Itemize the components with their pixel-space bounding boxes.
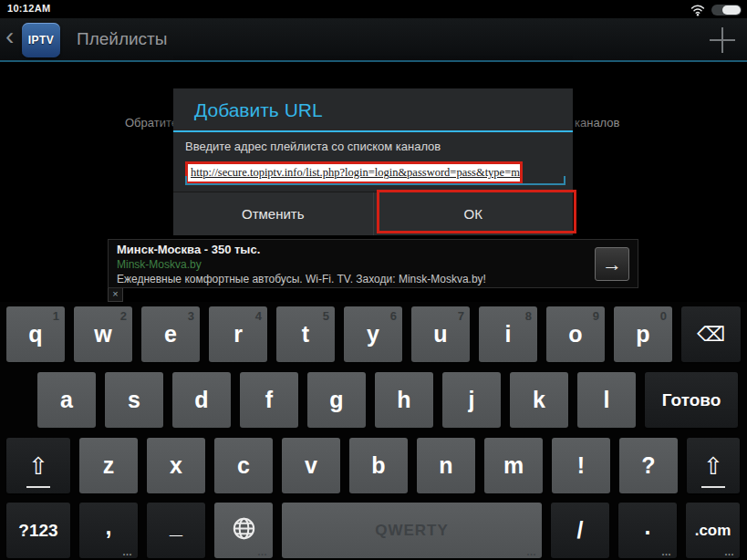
app-logo[interactable]: IPTV — [22, 23, 60, 57]
key-hint: 0 — [660, 309, 667, 323]
key-h[interactable]: h — [375, 372, 433, 428]
key-i[interactable]: i8 — [479, 306, 537, 362]
battery-icon — [711, 5, 742, 16]
backspace-icon: ⌫ — [697, 325, 725, 345]
key-o-label: o — [568, 323, 582, 346]
key-v-label: v — [305, 454, 317, 477]
key-underscore[interactable]: _ — [147, 503, 205, 558]
ad-link[interactable]: Minsk-Moskva.by — [117, 258, 202, 271]
key-a[interactable]: a — [37, 372, 96, 428]
ad-description: Ежедневные комфортные автобусы. Wi-Fi. T… — [117, 273, 486, 285]
ad-close-button[interactable]: × — [108, 288, 123, 302]
key-hint: 6 — [390, 309, 397, 323]
cancel-button[interactable]: Отменить — [173, 192, 373, 235]
keyboard-row-2: asdfghjklГотово — [37, 372, 738, 428]
keyboard: q1w2e3r4t5y6u7i8o9p0⌫asdfghjklГотово⇧zxc… — [0, 302, 747, 560]
key-d[interactable]: d — [172, 372, 231, 428]
key-space[interactable]: QWERTY… — [282, 503, 542, 558]
key-d-label: d — [194, 389, 208, 411]
key-x-label: x — [170, 454, 182, 477]
key-hint: 4 — [255, 309, 262, 323]
page-title: Плейлисты — [77, 29, 167, 49]
key-hint: 8 — [525, 309, 532, 323]
key-period-label: . — [645, 515, 651, 538]
key-symbols-label: ?123 — [18, 522, 57, 539]
ad-banner[interactable]: Минск-Москва - 350 тыс. Minsk-Moskva.by … — [108, 239, 638, 288]
key-s-label: s — [128, 389, 140, 411]
plus-icon — [721, 27, 723, 53]
keyboard-row-3: ⇧zxcvbnm!?⇧ — [6, 438, 740, 493]
key-m[interactable]: m — [484, 438, 543, 493]
key-underscore-label: _ — [170, 514, 182, 537]
key-u[interactable]: u7 — [411, 306, 470, 362]
keyboard-row-4: ?123,…_…QWERTY…/.….com… — [6, 503, 740, 558]
key-l[interactable]: l — [577, 372, 636, 428]
key-hint: 3 — [188, 309, 194, 323]
key-q[interactable]: q1 — [6, 306, 65, 362]
battery-fill — [722, 5, 741, 15]
key-comma[interactable]: ,… — [79, 503, 138, 558]
arrow-right-icon: → — [602, 254, 622, 275]
key-n-label: n — [439, 454, 452, 477]
key-o[interactable]: o9 — [546, 306, 605, 362]
key-c[interactable]: c — [214, 438, 273, 493]
key-globe[interactable]: … — [214, 503, 273, 558]
shift-icon: ⇧ — [28, 454, 48, 478]
key-hint: … — [122, 546, 133, 557]
key-done-label: Готово — [662, 391, 721, 409]
key-h-label: h — [397, 389, 410, 411]
key-e-label: e — [164, 323, 177, 346]
key-slash-label: / — [577, 519, 584, 542]
ad-arrow-button[interactable]: → — [595, 247, 629, 281]
annotation-rect-ok-button — [377, 190, 576, 233]
shift-state-bar — [26, 486, 50, 488]
key-symbols[interactable]: ?123 — [6, 503, 70, 558]
key-q-label: q — [28, 323, 42, 346]
key-question-label: ? — [641, 454, 655, 477]
key-m-label: m — [503, 454, 524, 477]
key-b-label: b — [371, 454, 385, 477]
back-chevron-icon[interactable]: ‹ — [5, 22, 14, 51]
key-z[interactable]: z — [79, 438, 138, 493]
key-r[interactable]: r4 — [209, 306, 267, 362]
key-slash[interactable]: / — [551, 503, 609, 558]
key-j[interactable]: j — [442, 372, 501, 428]
key-space-label: QWERTY — [375, 523, 449, 538]
key-y[interactable]: y6 — [344, 306, 402, 362]
ad-title: Минск-Москва - 350 тыс. — [117, 243, 260, 256]
add-playlist-button[interactable] — [709, 26, 736, 54]
key-x[interactable]: x — [147, 438, 205, 493]
key-f[interactable]: f — [240, 372, 298, 428]
app-bar: ‹ IPTV Плейлисты — [0, 18, 747, 62]
key-v[interactable]: v — [282, 438, 340, 493]
key-w-label: w — [94, 323, 111, 346]
key-shift-left[interactable]: ⇧ — [6, 438, 70, 493]
key-s[interactable]: s — [105, 372, 163, 428]
key-exclamation[interactable]: ! — [552, 438, 610, 493]
key-j-label: j — [469, 389, 475, 411]
key-k[interactable]: k — [510, 372, 568, 428]
key-w[interactable]: w2 — [74, 306, 132, 362]
key-t[interactable]: t5 — [276, 306, 335, 362]
key-dotcom[interactable]: .com… — [686, 503, 740, 558]
screen: 10:12AM ‹ IPTV Плейлисты Обратите канало… — [0, 0, 747, 560]
key-b[interactable]: b — [349, 438, 408, 493]
key-y-label: y — [367, 323, 379, 346]
key-p[interactable]: p0 — [614, 306, 672, 362]
key-n[interactable]: n — [417, 438, 475, 493]
key-question[interactable]: ? — [619, 438, 678, 493]
keyboard-row-1: q1w2e3r4t5y6u7i8o9p0⌫ — [6, 306, 741, 362]
key-e[interactable]: e3 — [141, 306, 200, 362]
key-backspace[interactable]: ⌫ — [681, 306, 741, 362]
key-hint: … — [661, 546, 672, 557]
key-period[interactable]: .… — [618, 503, 677, 558]
key-k-label: k — [533, 389, 545, 411]
globe-icon — [232, 516, 256, 544]
key-t-label: t — [302, 323, 309, 346]
key-g[interactable]: g — [307, 372, 366, 428]
key-done[interactable]: Готово — [645, 372, 738, 428]
key-comma-label: , — [106, 515, 112, 538]
background-text-fragment: каналов — [575, 116, 619, 130]
key-shift-right[interactable]: ⇧ — [687, 438, 740, 493]
key-u-label: u — [433, 323, 447, 346]
